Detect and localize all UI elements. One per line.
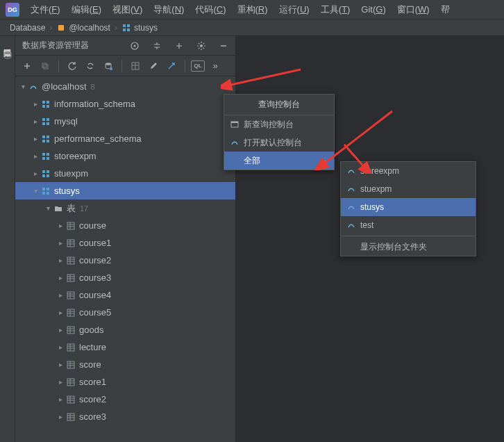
tree-row[interactable]: @localhost8 [15,78,235,95]
datasource-icon[interactable] [101,58,116,74]
breadcrumb-item[interactable]: Database [7,23,48,33]
panel-header: 数据库资源管理器 [15,36,235,56]
add-icon[interactable] [19,58,35,74]
tree-arrow-icon[interactable] [56,222,65,229]
tree-row[interactable]: course5 [15,304,235,321]
tree-arrow-icon[interactable] [56,413,65,420]
tree-arrow-icon[interactable] [43,204,53,212]
menu-item[interactable]: 窗口(W) [392,0,435,19]
tree-arrow-icon[interactable] [56,343,65,351]
database-icon[interactable] [3,50,12,60]
svg-rect-33 [47,174,49,177]
breadcrumb-item[interactable]: @localhost [53,23,113,33]
gear-icon[interactable] [194,38,209,54]
ctx-open-default[interactable]: 打开默认控制台 [224,133,334,152]
svg-rect-39 [67,240,74,247]
tree-arrow-icon[interactable] [56,256,65,264]
tree-node-label: course4 [79,290,111,300]
tree-node-icon [65,411,76,423]
ctx-db-item[interactable]: stuexpm [341,180,476,198]
tree-row[interactable]: score [15,356,235,373]
target-icon[interactable] [127,38,142,54]
tree-row[interactable]: information_schema [15,95,235,113]
tree-arrow-icon[interactable] [18,83,28,90]
ctx-all[interactable]: 全部 ▸ [224,152,334,170]
context-menu-title: 查询控制台 [224,95,334,115]
table-icon[interactable] [128,58,143,74]
tree-row[interactable]: score2 [15,391,235,408]
svg-rect-16 [42,105,45,108]
tree-arrow-icon[interactable] [56,239,65,247]
overflow-icon[interactable]: » [208,58,223,74]
refresh-icon[interactable] [65,58,80,74]
menu-item[interactable]: 导航(N) [148,0,190,19]
minimize-icon[interactable] [216,38,231,54]
tree-row[interactable]: performance_schema [15,130,235,147]
tree-node-label: storeexpm [54,151,96,161]
tree-row[interactable]: score3 [15,408,235,425]
menu-item[interactable]: 工具(T) [315,0,356,19]
sync-icon[interactable] [83,58,98,74]
copy-icon[interactable] [37,58,53,74]
tree-node-icon [40,116,51,127]
collapse-icon[interactable] [171,38,187,54]
tree-arrow-icon[interactable] [56,361,65,368]
tree-arrow-icon[interactable] [31,187,40,195]
tree-row[interactable]: course4 [15,286,235,304]
ctx-db-item[interactable]: storeexpm [341,162,476,180]
ctx-show-folder[interactable]: 显示控制台文件夹 [341,238,476,256]
tree-row[interactable]: score1 [15,373,235,391]
tree-arrow-icon[interactable] [56,309,65,316]
tree-arrow-icon[interactable] [56,326,65,334]
tree-row[interactable]: goods [15,321,235,338]
svg-rect-0 [58,25,64,31]
tree-arrow-icon[interactable] [31,117,40,125]
ctx-new-console[interactable]: 新查询控制台 [224,115,334,133]
tree-node-icon [40,168,51,179]
menu-item[interactable]: 编辑(E) [66,0,107,19]
tree-row[interactable]: course2 [15,252,235,269]
ctx-db-item[interactable]: stusys [341,198,476,216]
tree-row[interactable]: mysql [15,113,235,130]
menu-item[interactable]: 视图(V) [107,0,148,19]
tree-node-label: score [79,359,101,370]
tree-row[interactable]: stuexpm [15,165,235,182]
ctx-db-item[interactable]: test [341,216,476,234]
tree-arrow-icon[interactable] [31,152,40,160]
context-menu-databases: storeexpmstuexpmstusystest 显示控制台文件夹 [340,161,476,256]
tree-arrow-icon[interactable] [56,291,65,299]
tree-node-icon [65,220,76,231]
menu-item[interactable]: 文件(F) [25,0,66,19]
tree-arrow-icon[interactable] [56,395,65,403]
svg-rect-25 [47,140,49,142]
tree-arrow-icon[interactable] [31,100,40,108]
tree-row[interactable]: course1 [15,234,235,252]
svg-rect-14 [42,101,45,104]
tree-row[interactable]: storeexpm [15,147,235,165]
tree-row[interactable]: course [15,217,235,234]
tree-row[interactable]: stusys [15,182,235,199]
tree-arrow-icon[interactable] [56,274,65,281]
gutter-tab-database[interactable]: 数据库资源管理器 [2,40,12,46]
menu-item[interactable]: 重构(R) [232,0,274,19]
menu-item[interactable]: 帮 [435,0,455,19]
tool-gutter: 数据库资源管理器 [0,36,15,442]
context-menu-console: 查询控制台 新查询控制台 打开默认控制台 全部 ▸ [224,94,335,170]
breadcrumb-item[interactable]: stusys [119,23,160,33]
menu-item[interactable]: Git(G) [355,0,391,19]
edit-icon[interactable] [146,58,161,74]
tree-row[interactable]: lecture [15,338,235,356]
tree-arrow-icon[interactable] [31,170,40,177]
tree-row[interactable]: 表17 [15,199,235,217]
menu-item[interactable]: 运行(U) [274,0,315,19]
console-icon[interactable]: QL [191,60,205,72]
svg-rect-40 [67,257,74,264]
tree-arrow-icon[interactable] [31,135,40,142]
tree-row[interactable]: course3 [15,269,235,286]
jump-icon[interactable] [164,58,179,74]
tree-arrow-icon[interactable] [56,378,65,386]
svg-rect-23 [47,136,49,138]
expand-icon[interactable] [149,38,165,54]
menu-item[interactable]: 代码(C) [190,0,231,19]
database-panel: 数据库资源管理器 QL » @localhost8inform [15,36,236,442]
